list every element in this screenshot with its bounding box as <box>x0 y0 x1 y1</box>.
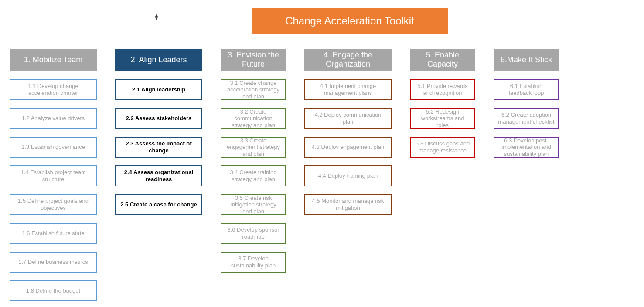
task-box[interactable]: 5.3 Discuss gaps and manage resistance <box>410 137 475 158</box>
task-box[interactable]: 4.5 Monitor and manage risk mitigation <box>304 194 392 215</box>
task-box[interactable]: 2.1 Align leadership <box>115 79 202 100</box>
task-box[interactable]: 4.2 Deploy communication plan <box>304 108 392 129</box>
column-6: 6.Make It Stick6.1 Establish feedback lo… <box>494 49 559 307</box>
task-box[interactable]: 5.1 Provide rewards and recognition <box>410 79 475 100</box>
task-box[interactable]: 2.3 Assess the impact of change <box>115 137 202 158</box>
column-header[interactable]: 6.Make It Stick <box>494 49 559 71</box>
task-box[interactable]: 1.7 Define business metrics <box>10 252 97 273</box>
task-box[interactable]: 1.5 Define project goals and objectives <box>10 194 97 215</box>
column-header[interactable]: 1. Mobilize Team <box>10 49 97 71</box>
columns-container: 1. Mobilize Team1.1 Develop change accel… <box>10 49 559 307</box>
task-box[interactable]: 3.4 Create training strategy and plan <box>221 165 286 186</box>
task-box[interactable]: 2.5 Create a case for change <box>115 194 202 215</box>
task-box[interactable]: 6.3 Develop post-implementation and sust… <box>494 137 559 158</box>
column-4: 4. Engage the Organization4.1 Implement … <box>304 49 392 307</box>
task-box[interactable]: 2.4 Assess organizational readiness <box>115 165 202 186</box>
row-resize-icon: ▲─▼ <box>153 14 160 20</box>
page-title: Change Acceleration Toolkit <box>252 8 448 34</box>
task-box[interactable]: 3.3 Create engagement strategy and plan <box>221 137 286 158</box>
task-box[interactable]: 3.2 Create communication strategy and pl… <box>221 108 286 129</box>
column-header[interactable]: 4. Engage the Organization <box>304 49 392 71</box>
column-5: 5. Enable Capacity5.1 Provide rewards an… <box>410 49 475 307</box>
task-box[interactable]: 2.2 Assess stakeholders <box>115 108 202 129</box>
column-header[interactable]: 5. Enable Capacity <box>410 49 475 71</box>
column-header[interactable]: 3. Envision the Future <box>221 49 286 71</box>
task-box[interactable]: 1.1 Develop change acceleration charter <box>10 79 97 100</box>
column-2: 2. Align Leaders2.1 Align leadership2.2 … <box>115 49 202 307</box>
task-box[interactable]: 3.7 Develop sustainability plan <box>221 252 286 273</box>
task-box[interactable]: 6.1 Establish feedback loop <box>494 79 559 100</box>
task-box[interactable]: 3.1 Create change acceleration strategy … <box>221 79 286 100</box>
task-box[interactable]: 4.1 Implement change management plans <box>304 79 392 100</box>
task-box[interactable]: 5.2 Redesign workstreams and roles <box>410 108 475 129</box>
task-box[interactable]: 4.3 Deploy engagement plan <box>304 137 392 158</box>
task-box[interactable]: 3.5 Create risk mitigation strategy and … <box>221 194 286 215</box>
task-box[interactable]: 1.3 Establish governance <box>10 137 97 158</box>
task-box[interactable]: 1.2 Analyze value drivers <box>10 108 97 129</box>
task-box[interactable]: 3.6 Develop sponsor roadmap <box>221 223 286 244</box>
task-box[interactable]: 1.4 Establish project team structure <box>10 165 97 186</box>
column-1: 1. Mobilize Team1.1 Develop change accel… <box>10 49 97 307</box>
task-box[interactable]: 1.8 Define the budget <box>10 280 97 301</box>
task-box[interactable]: 1.6 Establish future state <box>10 223 97 244</box>
column-header[interactable]: 2. Align Leaders <box>115 49 202 71</box>
task-box[interactable]: 6.2 Create adoption management checklist <box>494 108 559 129</box>
task-box[interactable]: 4.4 Deploy training plan <box>304 165 392 186</box>
column-3: 3. Envision the Future3.1 Create change … <box>221 49 286 307</box>
